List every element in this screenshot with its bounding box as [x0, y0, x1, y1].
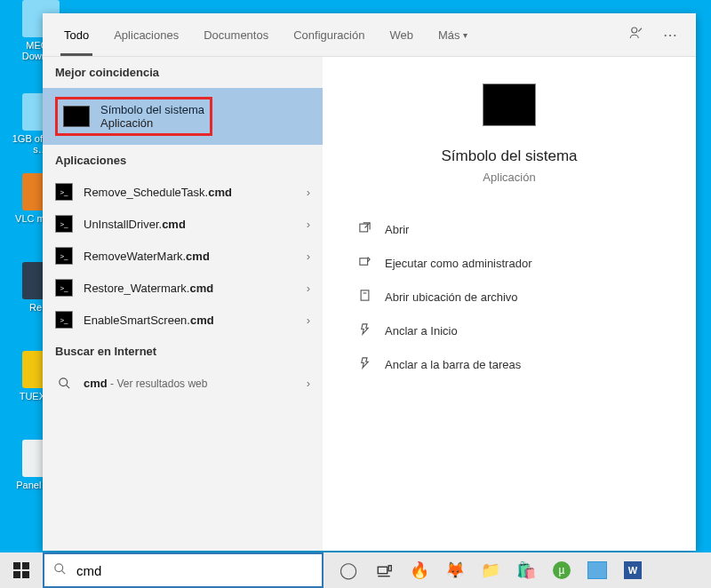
chevron-right-icon: ›	[307, 186, 310, 199]
search-icon	[55, 374, 73, 392]
web-result[interactable]: cmd - Ver resultados web ›	[43, 367, 323, 399]
app-result[interactable]: RemoveWaterMark.cmd ›	[43, 240, 323, 272]
best-match-result[interactable]: Símbolo del sistema Aplicación	[43, 88, 323, 145]
start-button[interactable]	[0, 552, 43, 588]
taskbar-app-icon[interactable]: 🦊	[437, 552, 473, 588]
chevron-down-icon: ▾	[463, 30, 467, 40]
admin-icon	[356, 255, 372, 271]
taskbar-app-icon[interactable]: 🔥	[402, 552, 437, 588]
tab-configuracion[interactable]: Configuración	[281, 13, 377, 56]
section-best-match: Mejor coincidencia	[43, 57, 323, 88]
open-icon	[356, 221, 372, 237]
folder-icon	[356, 289, 372, 305]
chevron-right-icon: ›	[307, 314, 310, 327]
best-match-subtitle: Aplicación	[100, 116, 204, 130]
feedback-icon[interactable]	[619, 25, 653, 44]
app-result[interactable]: Restore_Watermark.cmd ›	[43, 272, 323, 304]
tab-mas[interactable]: Más ▾	[426, 13, 480, 56]
svg-line-7	[61, 570, 65, 574]
svg-point-6	[54, 564, 62, 572]
app-result[interactable]: UnInstallDriver.cmd ›	[43, 208, 323, 240]
chevron-right-icon: ›	[307, 250, 310, 263]
svg-rect-5	[361, 290, 369, 300]
cortana-icon[interactable]: ◯	[331, 552, 366, 588]
taskbar-app-icon[interactable]: 🛍️	[508, 552, 544, 588]
svg-point-0	[632, 28, 637, 33]
pin-icon	[356, 356, 372, 372]
app-result[interactable]: Remove_ScheduleTask.cmd ›	[43, 176, 323, 208]
taskbar-search-box[interactable]	[43, 552, 324, 588]
taskbar: ◯ 🔥 🦊 📁 🛍️ µ W	[0, 552, 711, 588]
cmd-file-icon	[55, 247, 73, 265]
svg-rect-10	[388, 566, 391, 571]
detail-pane: Símbolo del sistema Aplicación Abrir Eje…	[323, 57, 696, 551]
cmd-file-icon	[55, 215, 73, 233]
tab-aplicaciones[interactable]: Aplicaciones	[101, 13, 191, 56]
taskbar-app-icon[interactable]: µ	[544, 552, 579, 588]
windows-icon	[13, 562, 29, 578]
svg-rect-3	[359, 224, 367, 232]
tab-documentos[interactable]: Documentos	[191, 13, 281, 56]
cmd-file-icon	[55, 311, 73, 329]
taskbar-app-icon[interactable]	[579, 552, 615, 588]
section-aplicaciones: Aplicaciones	[43, 145, 323, 176]
results-list: Mejor coincidencia Símbolo del sistema A…	[43, 57, 323, 551]
cmd-icon	[483, 83, 536, 126]
search-panel: Todo Aplicaciones Documentos Configuraci…	[43, 13, 696, 551]
best-match-title: Símbolo del sistema	[100, 103, 204, 116]
action-run-admin[interactable]: Ejecutar como administrador	[353, 246, 666, 280]
tab-web[interactable]: Web	[377, 13, 426, 56]
tab-todo[interactable]: Todo	[52, 13, 101, 56]
svg-point-1	[59, 377, 67, 385]
cmd-file-icon	[55, 183, 73, 201]
more-icon[interactable]: ⋯	[653, 27, 687, 44]
taskbar-app-icon[interactable]: W	[615, 552, 651, 588]
search-tabs: Todo Aplicaciones Documentos Configuraci…	[43, 13, 696, 57]
cmd-file-icon	[55, 279, 73, 297]
section-internet: Buscar en Internet	[43, 336, 323, 367]
search-input[interactable]	[75, 562, 322, 579]
detail-subtitle: Aplicación	[483, 171, 535, 184]
search-icon	[44, 562, 75, 578]
pin-icon	[356, 322, 372, 338]
svg-rect-8	[378, 567, 387, 574]
cmd-icon	[63, 106, 90, 127]
taskbar-app-icon[interactable]: 📁	[473, 552, 508, 588]
task-view-icon[interactable]	[366, 552, 402, 588]
chevron-right-icon: ›	[307, 282, 310, 295]
app-result[interactable]: EnableSmartScreen.cmd ›	[43, 304, 323, 336]
action-pin-taskbar[interactable]: Anclar a la barra de tareas	[353, 347, 666, 381]
detail-title: Símbolo del sistema	[441, 147, 577, 165]
svg-rect-4	[359, 258, 367, 266]
chevron-right-icon: ›	[307, 377, 310, 390]
action-open[interactable]: Abrir	[353, 212, 666, 246]
svg-line-2	[66, 385, 69, 388]
action-pin-start[interactable]: Anclar a Inicio	[353, 314, 666, 347]
chevron-right-icon: ›	[307, 218, 310, 231]
action-open-location[interactable]: Abrir ubicación de archivo	[353, 280, 666, 314]
